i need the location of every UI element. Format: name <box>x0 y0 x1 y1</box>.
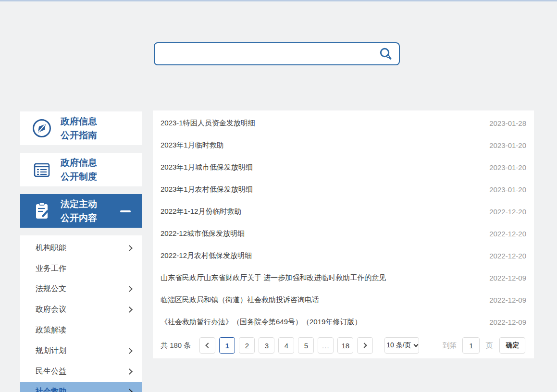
list-item: 2022-12城市低保发放明细 2022-12-20 <box>153 222 534 245</box>
list-item: 2022年1-12月份临时救助 2022-12-20 <box>153 200 534 222</box>
prev-page-button[interactable] <box>199 337 215 354</box>
goto-page-input[interactable] <box>462 337 480 354</box>
page-size-select[interactable]: 10 条/页 <box>384 337 419 354</box>
document-date: 2023-01-28 <box>489 119 526 127</box>
chevron-right-icon <box>126 286 133 293</box>
list-item: 2023-1特困人员资金发放明细 2023-01-28 <box>153 112 534 134</box>
document-date: 2023-01-20 <box>489 185 526 194</box>
sidebar-item-business-work[interactable]: 业务工作 <box>20 258 142 279</box>
list-item: 2023年1月农村低保发放明细 2023-01-20 <box>153 178 534 200</box>
confirm-button[interactable]: 确定 <box>499 337 525 354</box>
chevron-right-icon <box>126 368 133 375</box>
document-link[interactable]: 2023年1月城市低保发放明细 <box>161 163 253 172</box>
chevron-left-icon <box>206 343 211 348</box>
total-count-label: 共 180 条 <box>161 341 191 350</box>
page-button-5[interactable]: 5 <box>298 337 314 354</box>
document-link[interactable]: 2022-12城市低保发放明细 <box>161 229 245 238</box>
document-lines-icon <box>32 159 52 180</box>
chevron-right-icon <box>126 389 133 392</box>
document-date: 2022-12-20 <box>489 252 526 260</box>
list-item: 临淄区民政局和镇（街道）社会救助投诉咨询电话 2022-12-09 <box>153 289 534 311</box>
document-date: 2022-12-20 <box>489 230 526 238</box>
goto-suffix-label: 页 <box>485 341 493 350</box>
document-date: 2022-12-09 <box>489 274 526 282</box>
chevron-right-icon <box>126 245 133 251</box>
sidebar-item-label: 政府信息 公开制度 <box>61 156 97 184</box>
sidebar-item-planning[interactable]: 规划计划 <box>20 341 142 361</box>
sidebar-item-policy-interpretation[interactable]: 政策解读 <box>20 320 142 341</box>
menu-item-label: 民生公益 <box>36 367 66 377</box>
document-link[interactable]: 山东省民政厅山东省财政厅关于 进一步加强和改进临时救助工作的意见 <box>161 273 386 282</box>
search-bar <box>154 42 400 65</box>
document-date: 2023-01-20 <box>489 163 526 172</box>
document-link[interactable]: 2023年1月临时救助 <box>161 141 224 150</box>
page-button-2[interactable]: 2 <box>239 337 255 354</box>
clipboard-pen-icon <box>32 201 52 221</box>
document-date: 2023-01-20 <box>489 141 526 149</box>
chevron-right-icon <box>126 306 133 313</box>
list-item: 2023年1月城市低保发放明细 2023-01-20 <box>153 156 534 178</box>
goto-page-group: 到第 页 确定 <box>442 337 525 354</box>
sidebar-item-gov-info-guide[interactable]: 政府信息 公开指南 <box>20 111 142 145</box>
pagination-bar: 共 180 条 1 2 3 4 5 ... 18 10 条/页 到第 页 确定 <box>153 337 534 354</box>
search-input[interactable] <box>161 43 377 64</box>
top-accent-strip <box>0 0 557 1</box>
chevron-down-icon <box>413 342 418 347</box>
document-date: 2022-12-20 <box>489 208 526 216</box>
page-button-4[interactable]: 4 <box>278 337 294 354</box>
sidebar-item-label: 政府信息 公开指南 <box>61 114 97 143</box>
menu-item-label: 政策解读 <box>36 325 66 335</box>
sidebar: 政府信息 公开指南 政府信息 公开制度 <box>20 111 142 392</box>
menu-item-label: 社会救助 <box>36 387 66 392</box>
document-link[interactable]: 临淄区民政局和镇（街道）社会救助投诉咨询电话 <box>161 295 319 305</box>
sidebar-item-gov-info-system[interactable]: 政府信息 公开制度 <box>20 153 142 186</box>
compass-icon <box>32 118 52 138</box>
list-item: 《社会救助暂行办法》（国务院令第649号）（2019年修订版） 2022-12-… <box>153 311 534 333</box>
chevron-right-icon <box>126 348 133 354</box>
list-item: 2023年1月临时救助 2023-01-20 <box>153 134 534 156</box>
sidebar-item-public-welfare[interactable]: 民生公益 <box>20 361 142 382</box>
document-date: 2022-12-09 <box>489 296 526 304</box>
sidebar-item-label: 法定主动 公开内容 <box>61 197 97 225</box>
menu-item-label: 法规公文 <box>36 284 66 294</box>
page-ellipsis-button[interactable]: ... <box>318 337 334 354</box>
document-link[interactable]: 2022年1-12月份临时救助 <box>161 207 241 216</box>
search-button[interactable] <box>377 45 394 62</box>
list-item: 2022-12月农村低保发放明细 2022-12-20 <box>153 245 534 267</box>
sidebar-item-regulations[interactable]: 法规公文 <box>20 279 142 300</box>
document-link[interactable]: 《社会救助暂行办法》（国务院令第649号）（2019年修订版） <box>161 318 361 327</box>
page-size-value: 10 条/页 <box>386 341 411 350</box>
page-button-3[interactable]: 3 <box>259 337 274 354</box>
sidebar-item-org-functions[interactable]: 机构职能 <box>20 238 142 258</box>
document-link[interactable]: 2023年1月农村低保发放明细 <box>161 185 253 194</box>
next-page-button[interactable] <box>357 337 373 354</box>
page-button-1[interactable]: 1 <box>219 337 235 354</box>
menu-item-label: 规划计划 <box>36 346 66 356</box>
sidebar-item-social-assistance[interactable]: 社会救助 <box>20 382 142 392</box>
sidebar-submenu: 机构职能 业务工作 法规公文 政府会议 政策解读 规划计划 民生公益 社会救助 <box>20 235 142 392</box>
document-link[interactable]: 2023-1特困人员资金发放明细 <box>161 119 255 128</box>
sidebar-item-gov-meetings[interactable]: 政府会议 <box>20 299 142 320</box>
menu-item-label: 业务工作 <box>36 264 66 274</box>
document-date: 2022-12-09 <box>489 318 526 326</box>
chevron-right-icon <box>362 343 367 348</box>
document-link[interactable]: 2022-12月农村低保发放明细 <box>161 251 252 260</box>
sidebar-item-statutory-disclosure[interactable]: 法定主动 公开内容 <box>20 194 142 228</box>
document-list-panel: 2023-1特困人员资金发放明细 2023-01-28 2023年1月临时救助 … <box>153 110 534 358</box>
menu-item-label: 政府会议 <box>36 305 66 315</box>
goto-prefix-label: 到第 <box>442 341 457 350</box>
page-button-18[interactable]: 18 <box>337 337 353 354</box>
search-icon <box>378 47 393 61</box>
minus-icon <box>120 210 131 212</box>
list-item: 山东省民政厅山东省财政厅关于 进一步加强和改进临时救助工作的意见 2022-12… <box>153 267 534 289</box>
menu-item-label: 机构职能 <box>36 243 66 253</box>
